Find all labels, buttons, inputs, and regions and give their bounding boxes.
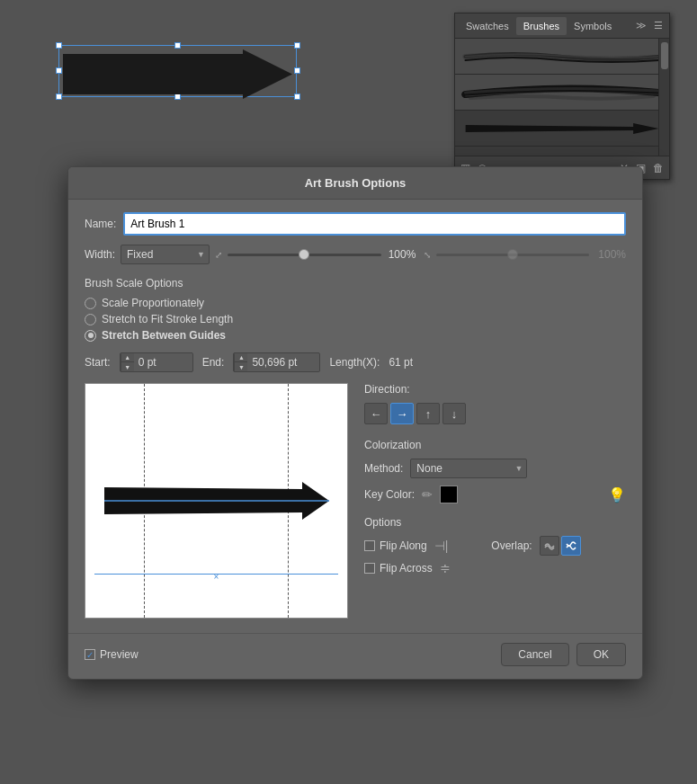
svg-marker-0: [63, 49, 292, 99]
start-input-wrap: ▲ ▼: [120, 352, 193, 372]
preview-checkbox[interactable]: ✓: [85, 649, 95, 660]
radio-label-1: Scale Proportionately: [102, 297, 204, 309]
brushes-panel: Swatches Brushes Symbols ≫ ☰: [454, 13, 670, 180]
overlap-buttons: [540, 536, 581, 556]
width-label: Width:: [85, 248, 115, 261]
width-slider-container: ⤢ 100% ⤡ 100%: [215, 248, 626, 261]
radio-circle-3[interactable]: [85, 330, 96, 342]
width-row: Width: Fixed Pressure Stylus Wheel ▼ ⤢ 1…: [85, 245, 626, 264]
overlap-btn-2[interactable]: [561, 536, 581, 556]
preview-checkbox-wrap[interactable]: ✓ Preview: [85, 648, 139, 661]
handle-mr[interactable]: [294, 67, 300, 74]
flip-along-checkbox-wrap[interactable]: Flip Along: [364, 539, 427, 552]
new-brush-add-icon[interactable]: 🗑: [653, 162, 664, 174]
dialog-footer: ✓ Preview Cancel OK: [68, 633, 642, 679]
start-input[interactable]: [134, 353, 192, 371]
handle-bl[interactable]: [56, 94, 62, 100]
handle-tl[interactable]: [56, 42, 62, 49]
preview-arrow-svg: [95, 469, 338, 532]
radio-stretch-fit[interactable]: Stretch to Fit Stroke Length: [85, 313, 626, 325]
eyedropper-icon[interactable]: ✏: [422, 487, 433, 502]
two-col-layout: × Direction: ← → ↑ ↓ Colorization Method…: [85, 383, 626, 619]
length-label: Length(X):: [329, 356, 380, 369]
guide-row: Start: ▲ ▼ End: ▲ ▼ Length(X): 61 pt: [85, 352, 626, 372]
width-slider-track-2[interactable]: [436, 254, 590, 256]
tip-icon[interactable]: 💡: [608, 486, 626, 503]
svg-marker-1: [466, 123, 659, 134]
footer-buttons: Cancel OK: [501, 643, 626, 666]
radio-circle-2[interactable]: [85, 314, 96, 325]
width-slider-track[interactable]: [228, 254, 381, 256]
flip-along-icon[interactable]: ⊣|: [434, 539, 449, 553]
dir-down-button[interactable]: ↓: [442, 403, 466, 424]
method-row: Method: None Tints Tints and Shades Hue …: [364, 459, 626, 478]
brush-scale-title: Brush Scale Options: [85, 277, 626, 290]
end-spinner-down[interactable]: ▼: [235, 362, 247, 371]
name-row: Name:: [85, 212, 626, 236]
panel-menu-icon[interactable]: ☰: [651, 18, 666, 33]
radio-circle-1[interactable]: [85, 298, 96, 309]
width-slider-thumb[interactable]: [299, 249, 309, 260]
radio-scale-proportionately[interactable]: Scale Proportionately: [85, 297, 626, 309]
dir-left-button[interactable]: ←: [364, 403, 388, 424]
end-spinner-up[interactable]: ▲: [235, 353, 247, 362]
handle-tr[interactable]: [294, 42, 300, 49]
brush-item-3[interactable]: [455, 111, 669, 147]
flip-across-checkbox[interactable]: [364, 563, 375, 574]
col-right: Direction: ← → ↑ ↓ Colorization Method: …: [364, 383, 626, 619]
width-select[interactable]: Fixed Pressure Stylus Wheel: [121, 245, 210, 264]
tab-swatches[interactable]: Swatches: [459, 17, 516, 35]
handle-tm[interactable]: [174, 42, 181, 49]
colorization-section: Colorization Method: None Tints Tints an…: [364, 439, 626, 503]
end-label: End:: [202, 356, 225, 369]
brush-item-2[interactable]: [455, 75, 669, 111]
canvas-area: [0, 0, 414, 157]
panel-scrollbar[interactable]: [658, 39, 669, 156]
preview-check-label: Preview: [100, 648, 139, 661]
end-input[interactable]: [247, 353, 319, 371]
start-spinner-down[interactable]: ▼: [121, 362, 134, 371]
preview-arrow-wrap: [85, 469, 347, 532]
flip-across-row: Flip Across ≑: [364, 561, 626, 575]
tab-symbols[interactable]: Symbols: [567, 17, 619, 35]
brush-preview-box: ×: [85, 383, 348, 619]
direction-title: Direction:: [364, 383, 626, 396]
dialog-body: Name: Width: Fixed Pressure Stylus Wheel…: [68, 200, 642, 633]
ok-button[interactable]: OK: [576, 643, 626, 666]
key-color-label: Key Color:: [364, 488, 415, 501]
dir-right-button[interactable]: →: [390, 403, 414, 424]
name-label: Name:: [85, 218, 116, 230]
overlap-btn-1[interactable]: [540, 536, 559, 556]
brush-scale-options: Scale Proportionately Stretch to Fit Str…: [85, 297, 626, 342]
brushes-content: [455, 39, 669, 156]
flip-along-checkbox[interactable]: [364, 540, 375, 551]
radio-label-3: Stretch Between Guides: [102, 329, 226, 342]
brush-item-1[interactable]: [455, 39, 669, 75]
tab-brushes[interactable]: Brushes: [516, 17, 567, 35]
radio-label-2: Stretch to Fit Stroke Length: [102, 313, 233, 325]
handle-ml[interactable]: [56, 67, 62, 74]
method-select-wrap: None Tints Tints and Shades Hue Shift ▼: [410, 459, 527, 478]
handle-br[interactable]: [294, 94, 300, 100]
width-slider-thumb-2[interactable]: [507, 249, 518, 260]
width-slider-value-2: 100%: [594, 248, 626, 261]
scrollbar-thumb[interactable]: [661, 42, 668, 69]
art-brush-dialog: Art Brush Options Name: Width: Fixed Pre…: [67, 166, 643, 680]
dialog-title: Art Brush Options: [68, 167, 642, 200]
flip-across-label: Flip Across: [380, 562, 433, 575]
radio-dot-3: [88, 333, 94, 338]
method-select[interactable]: None Tints Tints and Shades Hue Shift: [410, 459, 527, 478]
flip-across-checkbox-wrap[interactable]: Flip Across: [364, 562, 433, 575]
flip-across-icon[interactable]: ≑: [440, 561, 451, 575]
start-spinner: ▲ ▼: [121, 353, 134, 371]
dir-up-button[interactable]: ↑: [416, 403, 440, 424]
name-input[interactable]: [123, 212, 626, 236]
key-color-swatch[interactable]: [440, 486, 458, 503]
guide-x-marker: ×: [214, 572, 219, 582]
panel-overflow-icon[interactable]: ≫: [633, 18, 649, 33]
cancel-button[interactable]: Cancel: [501, 643, 568, 666]
options-title: Options: [364, 516, 626, 529]
length-value: 61 pt: [389, 356, 413, 369]
start-spinner-up[interactable]: ▲: [121, 353, 134, 362]
radio-stretch-guides[interactable]: Stretch Between Guides: [85, 329, 626, 342]
